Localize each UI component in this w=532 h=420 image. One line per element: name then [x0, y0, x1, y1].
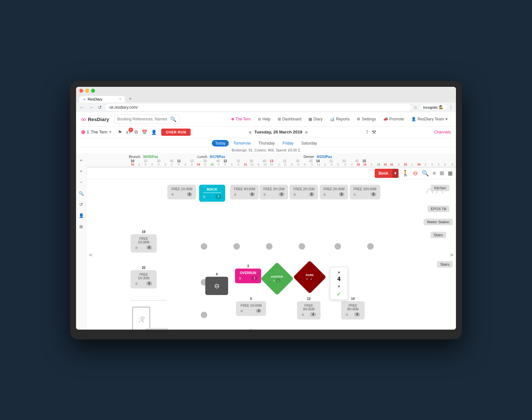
table-6[interactable]: 6 FREE 1H:15M ≡ 4 — [236, 329, 266, 330]
sidebar-grid-btn[interactable]: ⊞ — [77, 223, 86, 231]
nav-tern-label: The Tern — [235, 117, 251, 121]
table-view-btn[interactable]: ▦ — [447, 169, 453, 177]
venue-selector[interactable]: ℹ The Tern ▾ — [81, 130, 111, 134]
sidebar-expand-btn[interactable]: « — [77, 156, 86, 164]
walk-in-btn[interactable]: 🚶 — [401, 169, 410, 178]
day-btn-saturday[interactable]: Saturday — [298, 140, 320, 147]
dashboard-icon: ⊞ — [278, 117, 281, 121]
table-free-1h45m[interactable]: FREE 1H:45M ≡ 8 — [167, 185, 196, 199]
table-2-akhtar[interactable]: 2 AKHTAR ≡ 4 — [265, 263, 289, 290]
nav-item-dashboard[interactable]: ⊞ Dashboard — [274, 116, 305, 123]
close-window-btn[interactable] — [79, 89, 83, 93]
table-free-10h00m[interactable]: FREE 10H:00M ≡ 8 — [350, 185, 380, 199]
nav-item-diary[interactable]: ▦ Diary — [305, 116, 326, 123]
incognito-icon: 🕵 — [439, 105, 444, 109]
table-3-overrun[interactable]: 3 OVERRUN ≡ 3 — [235, 264, 261, 283]
free-time-label: FREE 1H:45M — [171, 187, 192, 191]
sidebar-search-btn[interactable]: 🔍 — [77, 189, 86, 198]
time-labels-row: 10 15 30 45 11 15 30 — [86, 159, 456, 163]
tag-btn[interactable]: 🏷 5 — [125, 129, 132, 135]
circle-indicator-2 — [233, 243, 240, 250]
table-19[interactable]: 19 FREE 1H:00M ≡ 6 — [131, 230, 157, 253]
day-btn-friday[interactable]: Friday — [279, 140, 297, 147]
search-booking-btn[interactable]: 🔍 — [421, 169, 430, 178]
refresh-btn[interactable]: ↺ — [97, 104, 103, 111]
day-btn-tomorrow[interactable]: Tomorrow — [230, 140, 254, 147]
table-mack[interactable]: MACK ≡ 8 — [199, 185, 225, 202]
flag-btn[interactable]: ⚑ — [117, 129, 123, 135]
block-btn[interactable]: ⊖ — [412, 169, 418, 178]
nav-item-the-tern[interactable]: The Tern — [228, 116, 254, 123]
circle-indicator-1 — [201, 243, 207, 250]
table-5[interactable]: 5 FREE 1H:00M ≡ 4 — [236, 297, 266, 316]
covers-down-btn[interactable]: ▼ — [336, 284, 341, 289]
circle-indicator-8 — [201, 312, 207, 318]
nav-item-settings[interactable]: ⚙ Settings — [353, 116, 379, 123]
tab-title: ResDiary — [88, 97, 102, 101]
list-view-btn[interactable]: ≡ — [432, 170, 436, 177]
next-date-btn[interactable]: » — [305, 129, 308, 135]
search-box[interactable]: 🔍 — [114, 115, 180, 124]
main-content: « + − 🔍 ↺ 👤 ⊞ Brunch — [76, 153, 456, 330]
action-btns: Book ▾ 🚶 ⊖ 🔍 ≡ ⊞ ▦ — [375, 169, 453, 178]
prev-date-btn[interactable]: « — [249, 129, 252, 135]
tab-close-btn[interactable]: × — [119, 97, 121, 101]
floor-plan-next-btn[interactable]: » — [450, 251, 453, 258]
meal-header-lunch: Lunch 0/178Pax — [197, 155, 225, 159]
sidebar-zoom-in-btn[interactable]: + — [77, 167, 86, 176]
app-container: ∞ ResDiary 🔍 The Tern ⊘ Help — [76, 112, 456, 330]
incognito-label: Incognito — [423, 105, 438, 109]
nav-dashboard-label: Dashboard — [282, 117, 302, 121]
day-btn-today[interactable]: Today — [212, 140, 229, 147]
nav-item-reports[interactable]: 📊 Reports — [326, 116, 353, 123]
person-btn[interactable]: 👤 — [150, 129, 158, 135]
minimize-window-btn[interactable] — [85, 89, 89, 93]
floor-plan-prev-btn[interactable]: « — [89, 251, 92, 258]
maximize-window-btn[interactable] — [91, 89, 95, 93]
covers-confirm-btn[interactable]: ✓ — [336, 290, 341, 298]
back-btn[interactable]: ← — [79, 104, 85, 111]
calendar-btn[interactable]: 📅 — [140, 129, 149, 135]
book-btn[interactable]: Book — [375, 169, 392, 178]
table-20[interactable]: 20 FREE 1H:30M ≡ 6 — [131, 266, 157, 288]
new-tab-btn[interactable]: + — [126, 95, 134, 102]
table-free-4h00m[interactable]: FREE 4H:00M ≡ 8 — [230, 185, 259, 199]
browser-actions: ☆ Incognito 🕵 ⋮ — [414, 104, 453, 110]
filter-btn[interactable]: ⊺ — [366, 129, 368, 135]
channels-btn[interactable]: Channels — [434, 130, 451, 134]
covers-up-btn[interactable]: ▲ — [336, 269, 341, 274]
waiter-station-label: Waiter Station — [424, 219, 453, 225]
star-btn[interactable]: ☆ — [414, 105, 418, 110]
table-free-2h15m-2[interactable]: FREE 2H:15M ≡ 8 — [289, 185, 318, 199]
tern-dot — [231, 118, 234, 120]
table-4[interactable]: 4 ⊖ — [205, 272, 228, 295]
sidebar-person-btn[interactable]: 👤 — [77, 211, 86, 220]
day-btn-thursday[interactable]: Thursday — [255, 140, 278, 147]
table-12[interactable]: 12 FREE 8H:45M ≡ 4 — [297, 297, 321, 319]
current-date: Tuesday, 26 March 2019 — [254, 130, 302, 134]
overrun-btn[interactable]: OVER RUN — [161, 129, 191, 136]
forward-btn[interactable]: → — [88, 104, 94, 111]
browser-menu-btn[interactable]: ⋮ — [449, 105, 453, 110]
copy-btn[interactable]: ⧉ — [133, 129, 139, 135]
nav-item-team[interactable]: 👤 ResDiary Team ▾ — [408, 116, 451, 123]
layout-btn[interactable]: ⚒ — [372, 129, 376, 135]
table-free-2h15m-1[interactable]: FREE 2H:15M ≡ 8 — [259, 185, 288, 199]
nav-item-help[interactable]: ⊘ Help — [255, 116, 274, 123]
search-input[interactable] — [117, 117, 168, 121]
table-14[interactable]: 14 FREE 8H:45M ≡ 4 — [341, 297, 365, 319]
table-separator — [131, 300, 166, 301]
grid-view-btn[interactable]: ⊞ — [439, 169, 445, 177]
circle-indicator-6 — [367, 243, 374, 250]
table-1-park[interactable]: 1 PARK ≡ 4 — [298, 261, 321, 289]
search-icon[interactable]: 🔍 — [170, 116, 177, 122]
nav-item-promote[interactable]: 📣 Promote — [380, 116, 407, 123]
table-free-2h45m[interactable]: FREE 2H:45M ≡ 8 — [320, 185, 348, 199]
sidebar-zoom-out-btn[interactable]: − — [77, 178, 86, 187]
traffic-lights — [79, 89, 453, 93]
book-chevron-btn[interactable]: ▾ — [392, 169, 399, 178]
sidebar-refresh-btn[interactable]: ↺ — [77, 200, 86, 209]
url-bar[interactable] — [105, 104, 411, 111]
venue-info-icon: ℹ — [87, 130, 89, 134]
active-tab[interactable]: ∞ ResDiary × — [79, 96, 125, 102]
